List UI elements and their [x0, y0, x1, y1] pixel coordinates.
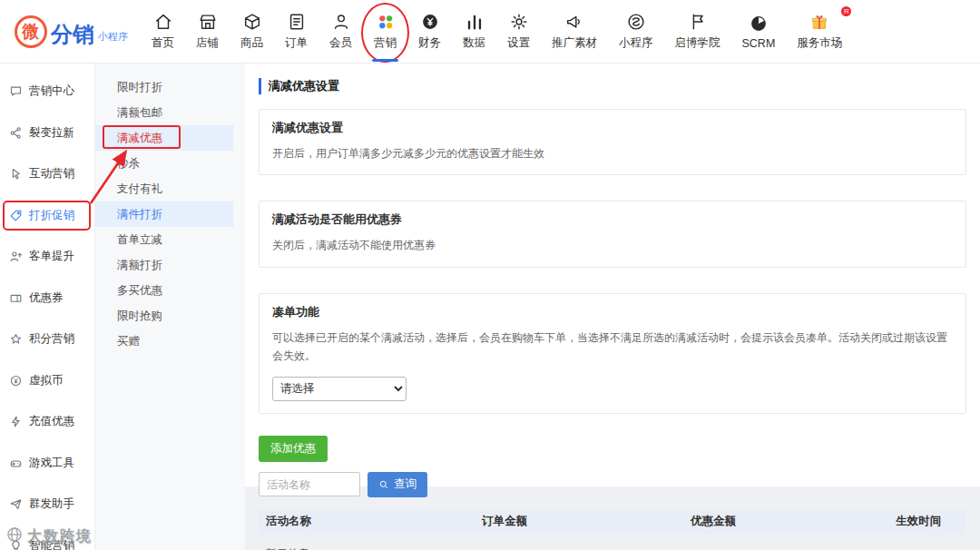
order-list-icon — [287, 12, 307, 32]
nav-shop[interactable]: 店铺 — [185, 8, 230, 54]
search-icon — [378, 479, 389, 490]
watermark-globe-icon — [5, 525, 24, 547]
megaphone-icon — [564, 12, 584, 32]
gift-icon — [809, 12, 829, 32]
nav-label: 订单 — [285, 35, 308, 51]
coupon-icon — [9, 291, 23, 305]
submenu-free-shipping-over-amount[interactable]: 满额包邮 — [95, 100, 233, 125]
submenu-buy-and-gift[interactable]: 买赠 — [95, 329, 233, 354]
submenu-payment-gift[interactable]: 支付有礼 — [95, 176, 233, 201]
card-title: 凑单功能 — [272, 304, 953, 320]
submenu-label: 限时抢购 — [117, 309, 162, 322]
submenu-first-order-discount[interactable]: 首单立减 — [95, 227, 233, 252]
top-nav: 微 分销 小程序 首页 店铺 商品 订单 会员 — [0, 0, 980, 64]
nav-label: 营销 — [374, 35, 397, 51]
nav-label: 设置 — [507, 35, 530, 51]
activity-name-input[interactable] — [259, 472, 360, 496]
card-title: 满减优惠设置 — [272, 120, 953, 136]
nav-label: 启博学院 — [675, 35, 720, 51]
marketing-dots-icon — [376, 12, 396, 32]
person-up-icon — [9, 250, 23, 263]
sidebar-item-recharge-discount[interactable]: 充值优惠 — [0, 401, 94, 443]
sidebar-item-bulk-message-assistant[interactable]: 群发助手 — [0, 484, 94, 525]
submenu-label: 多买优惠 — [117, 284, 162, 297]
nav-academy[interactable]: 启博学院 — [664, 8, 731, 54]
nav-promo-material[interactable]: 推广素材 — [541, 8, 608, 54]
sidebar-label: 积分营销 — [29, 331, 74, 347]
nav-label: 会员 — [329, 35, 352, 51]
nav-finance[interactable]: 财务 — [407, 8, 452, 54]
sidebar-item-coupons[interactable]: 优惠券 — [0, 278, 94, 319]
activities-table: 活动名称 订单金额 优惠金额 生效时间 暂无信息 — [259, 509, 966, 550]
secondary-sidebar: 限时打折 满额包邮 满减优惠 秒杀 支付有礼 满件打折 首单立减 满额打折 多买… — [95, 64, 245, 550]
submenu-label: 满减优惠 — [117, 132, 162, 144]
submenu-label: 满额包邮 — [117, 106, 162, 119]
sidebar-item-fission-growth[interactable]: 裂变拉新 — [0, 113, 94, 154]
nav-label: 首页 — [152, 35, 174, 51]
submenu-limited-time-discount[interactable]: 限时打折 — [95, 74, 233, 100]
sidebar-label: 虚拟币 — [29, 373, 64, 388]
query-button[interactable]: 查询 — [368, 472, 427, 497]
nav-label: 商品 — [240, 35, 263, 51]
main-area: 满减优惠设置 满减优惠设置 开启后，用户订单满多少元减多少元的优惠设置才能生效 … — [245, 64, 980, 550]
nav-orders[interactable]: 订单 — [274, 8, 318, 54]
share-nodes-icon — [9, 126, 23, 140]
sidebar-item-marketing-center[interactable]: 营销中心 — [0, 71, 94, 113]
sidebar-item-game-tools[interactable]: 游戏工具 — [0, 443, 94, 485]
submenu-label: 支付有礼 — [117, 182, 162, 195]
card-desc: 开启后，用户订单满多少元减多少元的优惠设置才能生效 — [272, 144, 953, 162]
sidebar-item-virtual-currency[interactable]: 虚拟币 — [0, 360, 94, 402]
nav-label: 小程序 — [619, 35, 653, 51]
brand-logo: 微 分销 小程序 — [15, 15, 128, 48]
nav-service-market[interactable]: 服务市场 R — [786, 8, 853, 54]
gamepad-icon — [9, 457, 23, 470]
star-icon — [9, 332, 23, 346]
nav-marketing[interactable]: 营销 — [363, 8, 407, 54]
nav-home[interactable]: 首页 — [141, 8, 185, 54]
submenu-limited-time-rush[interactable]: 限时抢购 — [95, 303, 233, 329]
submenu-label: 限时打折 — [117, 81, 162, 93]
watermark: 大数跨境 — [5, 525, 93, 547]
brand-mark: 微 — [15, 15, 47, 48]
sidebar-item-discount-promotion[interactable]: 打折促销 — [0, 195, 94, 237]
submenu-label: 满额打折 — [117, 259, 162, 271]
join-order-activity-select[interactable]: 请选择 — [272, 377, 407, 401]
sidebar-item-points-marketing[interactable]: 积分营销 — [0, 319, 94, 360]
submenu-full-reduction-discount[interactable]: 满减优惠 — [95, 125, 233, 151]
nav-miniprogram[interactable]: 小程序 — [608, 8, 664, 54]
content-panel: 满减优惠设置 满减优惠设置 开启后，用户订单满多少元减多少元的优惠设置才能生效 … — [245, 64, 980, 486]
card-desc: 关闭后，满减活动不能使用优惠券 — [272, 236, 953, 254]
card-title: 满减活动是否能用优惠券 — [272, 211, 953, 228]
primary-sidebar: 营销中心 裂变拉新 互动营销 打折促销 客单提升 优惠券 — [0, 64, 95, 550]
submenu-flash-sale[interactable]: 秒杀 — [95, 151, 233, 176]
submenu-quantity-discount[interactable]: 满件打折 — [95, 201, 233, 227]
brand-sub: 小程序 — [98, 30, 128, 48]
submenu-label: 满件打折 — [117, 208, 162, 221]
coin-icon — [9, 374, 23, 388]
sidebar-item-order-value-boost[interactable]: 客单提升 — [0, 236, 94, 278]
sidebar-item-interactive-marketing[interactable]: 互动营销 — [0, 153, 94, 195]
nav-label: 推广素材 — [552, 35, 597, 51]
sidebar-label: 裂变拉新 — [29, 125, 74, 141]
brand-name: 分销 — [51, 24, 94, 48]
sidebar-label: 群发助手 — [29, 496, 74, 512]
submenu-amount-discount[interactable]: 满额打折 — [95, 252, 233, 278]
goods-box-icon — [242, 12, 262, 32]
pie-chart-icon — [749, 14, 769, 34]
submenu-label: 秒杀 — [117, 157, 140, 170]
nav-data[interactable]: 数据 — [452, 8, 496, 54]
add-discount-button[interactable]: 添加优惠 — [259, 436, 328, 462]
nav-members[interactable]: 会员 — [318, 8, 363, 54]
price-tag-icon — [9, 209, 23, 222]
table-header-row: 活动名称 订单金额 优惠金额 生效时间 — [259, 509, 966, 535]
card-full-reduction-settings: 满减优惠设置 开启后，用户订单满多少元减多少元的优惠设置才能生效 — [259, 109, 966, 175]
card-coupon-compatibility: 满减活动是否能用优惠券 关闭后，满减活动不能使用优惠券 — [259, 201, 966, 267]
lightning-icon — [9, 415, 23, 428]
submenu-label: 首单立减 — [117, 233, 162, 246]
nav-scrm[interactable]: SCRM — [731, 10, 787, 54]
submenu-buy-more-discount[interactable]: 多买优惠 — [95, 278, 233, 303]
col-discount-amount: 优惠金额 — [683, 514, 888, 529]
nav-goods[interactable]: 商品 — [230, 8, 274, 54]
query-button-label: 查询 — [394, 476, 416, 492]
nav-settings[interactable]: 设置 — [496, 8, 541, 54]
